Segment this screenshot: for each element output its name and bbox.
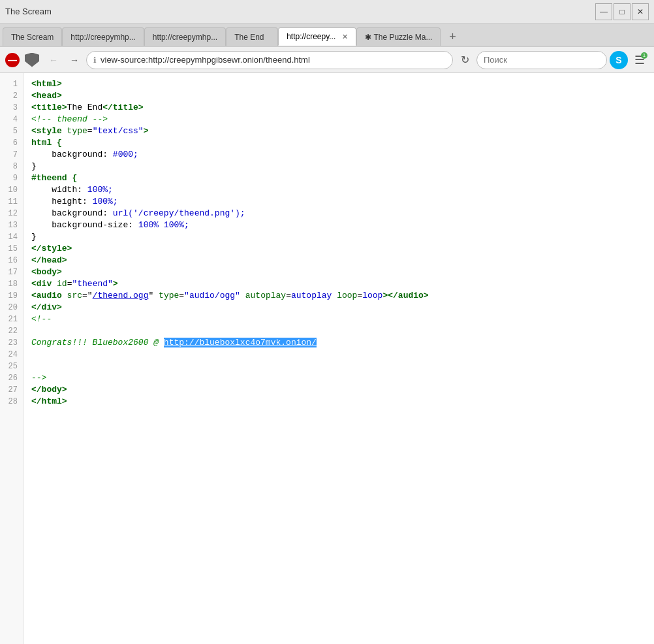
code-line: <div id="theend"> xyxy=(31,278,654,290)
code-token: loop xyxy=(362,291,382,300)
code-token: html { xyxy=(31,138,62,148)
code-line: --> xyxy=(31,372,654,384)
code-token: background-size: xyxy=(31,220,138,230)
line-number: 20 xyxy=(0,302,23,314)
code-line xyxy=(31,325,654,337)
tab-puzzle[interactable]: ✱ The Puzzle Ma... xyxy=(356,27,441,46)
reload-button[interactable]: ↻ xyxy=(456,51,474,69)
menu-button[interactable]: ☰ 1 xyxy=(631,51,649,69)
code-token: ></audio> xyxy=(382,291,428,300)
line-number: 28 xyxy=(0,396,23,408)
code-token: src xyxy=(67,291,82,300)
tab-label: http://creepy... xyxy=(287,32,335,41)
code-token: <title> xyxy=(31,103,67,112)
line-number: 27 xyxy=(0,384,23,396)
code-line: } xyxy=(31,161,654,172)
code-line: </html> xyxy=(31,396,654,408)
line-number: 2 xyxy=(0,90,23,102)
title-bar: The Scream — □ ✕ xyxy=(0,0,654,24)
code-token: 100%; xyxy=(93,197,118,206)
code-token: } xyxy=(31,161,37,171)
tab-creepy-2[interactable]: http://creepymhp... xyxy=(62,27,144,46)
line-number: 26 xyxy=(0,372,23,384)
code-line: <head> xyxy=(31,90,654,102)
code-token: #theend { xyxy=(31,173,77,183)
code-token: </style> xyxy=(31,244,72,253)
address-bar[interactable]: ℹ view-source:http://creepymhpgibsewr.on… xyxy=(86,51,453,69)
tab-label: The Scream xyxy=(11,33,54,42)
code-line: <style type="text/css"> xyxy=(31,125,654,137)
code-token: <body> xyxy=(31,267,62,277)
code-token: </html> xyxy=(31,396,67,406)
line-number: 1 xyxy=(0,78,23,90)
tab-label: http://creepymhp... xyxy=(70,33,135,42)
line-number: 22 xyxy=(0,325,23,337)
tab-bar: The Scream http://creepymhp... http://cr… xyxy=(0,24,654,47)
maximize-button[interactable]: □ xyxy=(614,3,631,20)
line-number: 17 xyxy=(0,266,23,278)
line-number: 13 xyxy=(0,219,23,231)
code-token: </head> xyxy=(31,255,67,265)
line-number: 10 xyxy=(0,184,23,196)
forward-button[interactable]: → xyxy=(65,51,84,69)
code-line: #theend { xyxy=(31,172,654,184)
code-line: </div> xyxy=(31,302,654,314)
line-number: 8 xyxy=(0,161,23,172)
code-token: "theend" xyxy=(72,279,112,289)
new-tab-button[interactable]: + xyxy=(443,27,461,46)
code-line: Congrats!!! Bluebox2600 @ http://bluebox… xyxy=(31,337,654,349)
code-token: <div xyxy=(31,279,57,289)
line-number: 12 xyxy=(0,208,23,219)
line-numbers: 1234567891011121314151617181920212223242… xyxy=(0,73,23,644)
tab-the-scream[interactable]: The Scream xyxy=(3,27,62,46)
code-line: <html> xyxy=(31,78,654,90)
code-line: html { xyxy=(31,137,654,149)
code-token: id xyxy=(57,279,67,289)
code-line: </head> xyxy=(31,255,654,266)
code-token: 100% 100%; xyxy=(138,220,189,230)
line-number: 23 xyxy=(0,337,23,349)
browser-window: The Scream — □ ✕ The Scream http://creep… xyxy=(0,0,654,644)
code-line xyxy=(31,361,654,372)
shield-icon xyxy=(25,53,39,67)
code-token: <style xyxy=(31,126,67,136)
back-button[interactable]: ← xyxy=(44,51,63,69)
window-controls: — □ ✕ xyxy=(595,3,649,20)
code-token: = xyxy=(82,291,87,300)
code-token: <audio xyxy=(31,291,67,300)
code-token[interactable]: /theend.ogg xyxy=(93,291,149,300)
code-token: type xyxy=(153,291,179,300)
search-input[interactable] xyxy=(484,55,600,65)
code-token: --> xyxy=(31,373,46,383)
tab-close-button[interactable]: ✕ xyxy=(342,33,348,41)
tab-creepy-active[interactable]: http://creepy... ✕ xyxy=(278,27,356,46)
content-area: 1234567891011121314151617181920212223242… xyxy=(0,73,654,644)
code-line: </style> xyxy=(31,243,654,255)
info-icon: ℹ xyxy=(93,56,97,65)
code-token: autoplay xyxy=(291,291,332,300)
code-token: </body> xyxy=(31,385,67,394)
code-line: width: 100%; xyxy=(31,184,654,196)
code-line: <body> xyxy=(31,266,654,278)
code-token: Congrats!!! Bluebox2600 @ xyxy=(31,338,164,347)
tab-creepy-3[interactable]: http://creepymhp... xyxy=(144,27,226,46)
code-token: = xyxy=(179,291,184,300)
minimize-button[interactable]: — xyxy=(595,3,612,20)
address-text: view-source:http://creepymhpgibsewr.onio… xyxy=(101,55,310,65)
code-token: background: xyxy=(31,150,113,159)
code-line: background: url('/creepy/theend.png'); xyxy=(31,208,654,219)
code-token: </div> xyxy=(31,302,62,312)
code-token: #000; xyxy=(113,150,138,159)
close-button[interactable]: ✕ xyxy=(632,3,649,20)
search-bar[interactable] xyxy=(476,51,607,69)
skype-icon[interactable]: S xyxy=(610,51,628,69)
code-token: } xyxy=(31,232,37,242)
code-line: <title>The End</title> xyxy=(31,102,654,114)
tab-label: http://creepymhp... xyxy=(153,33,217,42)
tab-label: The End xyxy=(234,33,264,42)
line-number: 25 xyxy=(0,361,23,372)
code-token: background: xyxy=(31,208,113,218)
code-token[interactable]: http://blueboxlxc4o7mvk.onion/ xyxy=(164,338,317,347)
code-line: height: 100%; xyxy=(31,196,654,208)
tab-the-end[interactable]: The End xyxy=(226,27,278,46)
